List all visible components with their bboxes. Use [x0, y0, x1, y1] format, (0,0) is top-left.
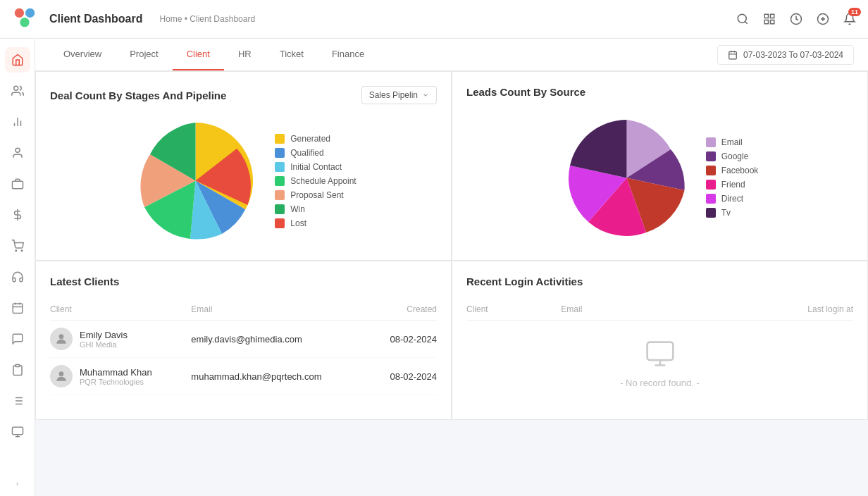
date-range-picker[interactable]: 07-03-2023 To 07-03-2024	[717, 45, 854, 65]
avatar-emily	[50, 328, 73, 350]
no-record-text: - No record found. -	[620, 378, 700, 388]
email-cell-1: emily.davis@ghimedia.com	[191, 321, 372, 358]
client-cell-2: Muhammad Khan PQR Technologies	[50, 358, 191, 395]
topbar: Client Dashboard Home • Client Dashboard…	[0, 0, 868, 39]
svg-rect-15	[12, 181, 23, 189]
clock-icon[interactable]	[789, 12, 803, 26]
table-row: Emily Davis GHI Media emily.davis@ghimed…	[50, 321, 437, 358]
sidebar-collapse[interactable]: ›	[16, 480, 18, 488]
svg-point-18	[21, 250, 23, 252]
tabbar: Overview Project Client HR Ticket Financ…	[35, 39, 868, 71]
logo[interactable]	[11, 5, 38, 34]
client-info-emily: Emily Davis GHI Media	[80, 330, 128, 349]
sidebar-item-users[interactable]	[5, 78, 30, 104]
legend-swatch-generated	[275, 134, 285, 144]
sidebar: ›	[0, 39, 35, 496]
svg-rect-23	[16, 365, 20, 367]
search-icon[interactable]	[736, 12, 750, 26]
tab-hr[interactable]: HR	[224, 39, 266, 70]
deal-card-header: Deal Count By Stages And Pipeline Sales …	[50, 86, 437, 104]
legend-direct: Direct	[706, 194, 759, 204]
leads-card-title: Leads Count By Source	[466, 86, 585, 98]
latest-clients-card: Latest Clients Client Email Created	[35, 261, 452, 420]
date-range-text: 07-03-2023 To 07-03-2024	[743, 50, 843, 60]
legend-email: Email	[706, 137, 759, 147]
tab-project[interactable]: Project	[116, 39, 172, 70]
table-row: Muhammad Khan PQR Technologies muhammad.…	[50, 358, 437, 395]
legend-swatch-facebook	[706, 166, 716, 175]
svg-point-3	[738, 14, 746, 23]
legend-schedule: Schedule Appoint	[275, 176, 356, 186]
legend-facebook: Facebook	[706, 166, 759, 175]
sidebar-item-chat[interactable]	[5, 326, 30, 352]
col-email: Email	[191, 299, 372, 321]
svg-point-0	[15, 8, 24, 17]
clients-card-title: Latest Clients	[50, 275, 437, 287]
sidebar-item-chart[interactable]	[5, 109, 30, 135]
legend-swatch-direct	[706, 194, 716, 204]
main-content: Overview Project Client HR Ticket Financ…	[35, 39, 868, 496]
legend-swatch-win	[275, 204, 285, 214]
leads-card-header: Leads Count By Source	[466, 86, 853, 98]
svg-rect-33	[729, 51, 737, 59]
grid-icon[interactable]	[762, 12, 776, 26]
tab-client[interactable]: Client	[173, 39, 224, 70]
email-cell-2: muhammad.khan@pqrtech.com	[191, 358, 372, 395]
login-card-title: Recent Login Activities	[466, 275, 853, 287]
legend-swatch-friend	[706, 180, 716, 190]
no-record-container: - No record found. -	[466, 321, 853, 405]
tab-ticket[interactable]: Ticket	[266, 39, 318, 70]
sidebar-item-clipboard[interactable]	[5, 357, 30, 383]
svg-rect-30	[12, 427, 23, 435]
leads-legend: Email Google Facebook Friend	[706, 137, 759, 218]
avatar-khan	[50, 365, 73, 388]
legend-swatch-lost	[275, 218, 285, 228]
deal-legend: Generated Qualified Initial Contact	[275, 134, 356, 228]
sidebar-item-briefcase[interactable]	[5, 171, 30, 197]
svg-point-17	[16, 250, 17, 252]
sidebar-item-list[interactable]	[5, 388, 30, 414]
sidebar-item-calendar[interactable]	[5, 295, 30, 321]
dashboard-grid: Deal Count By Stages And Pipeline Sales …	[35, 71, 868, 420]
svg-point-10	[13, 86, 18, 90]
no-record-icon	[645, 338, 676, 369]
svg-rect-5	[771, 14, 774, 18]
sidebar-item-headset[interactable]	[5, 264, 30, 290]
login-col-email: Email	[561, 299, 653, 321]
tab-finance[interactable]: Finance	[318, 39, 378, 70]
sidebar-item-dollar[interactable]	[5, 202, 30, 228]
legend-swatch-initial	[275, 162, 285, 172]
svg-rect-6	[764, 20, 768, 24]
svg-point-2	[20, 18, 29, 27]
sidebar-item-home[interactable]	[5, 47, 30, 73]
legend-swatch-proposal	[275, 190, 285, 200]
tab-overview[interactable]: Overview	[49, 39, 116, 70]
legend-swatch-email	[706, 137, 716, 147]
svg-point-38	[59, 371, 64, 376]
legend-win: Win	[275, 204, 356, 214]
svg-rect-7	[771, 20, 774, 24]
legend-qualified: Qualified	[275, 148, 356, 158]
svg-rect-19	[13, 304, 23, 314]
svg-point-1	[25, 8, 35, 17]
breadcrumb: Home • Client Dashboard	[159, 14, 255, 24]
deal-count-card: Deal Count By Stages And Pipeline Sales …	[35, 71, 452, 261]
login-col-lastlogin: Last login at	[654, 299, 853, 321]
plus-icon[interactable]	[816, 12, 830, 26]
leads-pie-chart	[562, 113, 692, 243]
legend-proposal: Proposal Sent	[275, 190, 356, 200]
notification-icon[interactable]: 11	[843, 12, 857, 26]
sidebar-item-people[interactable]	[5, 140, 30, 166]
legend-swatch-google	[706, 151, 716, 161]
deal-pie-chart	[130, 116, 261, 246]
deal-pie-container: Generated Qualified Initial Contact	[50, 116, 437, 246]
legend-swatch-qualified	[275, 148, 285, 158]
svg-point-14	[16, 148, 20, 152]
deal-card-title: Deal Count By Stages And Pipeline	[50, 89, 226, 101]
client-info-khan: Muhammad Khan PQR Technologies	[80, 367, 152, 386]
legend-tv: Tv	[706, 208, 759, 218]
sidebar-item-monitor[interactable]	[5, 419, 30, 445]
pipeline-dropdown[interactable]: Sales Pipelin	[361, 86, 437, 104]
sidebar-item-cart[interactable]	[5, 233, 30, 259]
legend-friend: Friend	[706, 180, 759, 190]
